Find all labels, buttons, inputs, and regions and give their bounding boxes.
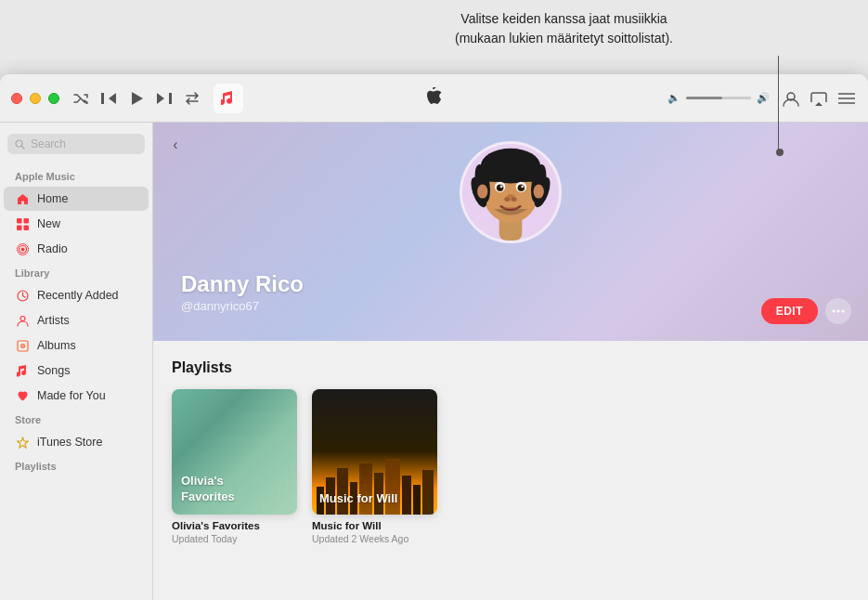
close-button[interactable] (11, 93, 22, 104)
svg-point-39 (500, 185, 503, 188)
toolbar-controls (71, 84, 667, 113)
playlist-name-1: Olivia's Favorites (172, 520, 297, 531)
repeat-button[interactable] (182, 88, 202, 109)
playlists-grid: Olivia'sFavorites Olivia's Favorites Upd… (172, 389, 849, 544)
profile-info: Danny Rico @dannyrico67 (181, 271, 304, 313)
playlists-section: Playlists Olivia'sFavorites Olivia's Fav… (153, 341, 868, 563)
playlist-updated-2: Updated 2 Weeks Ago (312, 533, 437, 544)
svg-point-45 (534, 184, 544, 198)
maximize-button[interactable] (48, 93, 59, 104)
playlist-artwork-1: Olivia'sFavorites (172, 389, 297, 515)
svg-line-10 (22, 146, 25, 149)
svg-rect-57 (413, 485, 421, 515)
svg-marker-2 (132, 92, 143, 105)
svg-point-42 (504, 197, 510, 202)
search-bar[interactable]: Search (7, 134, 145, 154)
search-placeholder: Search (31, 137, 66, 150)
volume-slider[interactable] (686, 97, 751, 99)
svg-point-46 (833, 310, 836, 313)
profile-icon[interactable] (781, 88, 801, 109)
svg-point-9 (16, 140, 22, 147)
volume-low-icon: 🔈 (667, 92, 680, 104)
sidebar-item-label-radio: Radio (37, 242, 68, 255)
playlist-card-1[interactable]: Olivia'sFavorites Olivia's Favorites Upd… (172, 389, 297, 544)
svg-marker-0 (109, 93, 116, 104)
play-button[interactable] (126, 88, 147, 109)
edit-button[interactable]: EDIT (761, 298, 818, 324)
sidebar-item-label-home: Home (37, 192, 68, 205)
svg-marker-3 (157, 93, 164, 104)
right-icons (781, 88, 857, 109)
sidebar-item-label-songs: Songs (37, 364, 70, 377)
svg-rect-13 (17, 225, 22, 230)
annotation-text: Valitse keiden kanssa jaat musiikkia (mu… (316, 9, 812, 48)
sidebar-item-artists[interactable]: Artists (4, 308, 149, 333)
clock-icon (15, 288, 30, 303)
profile-handle: @dannyrico67 (181, 299, 304, 313)
next-button[interactable] (154, 88, 175, 109)
svg-rect-1 (101, 93, 104, 104)
section-label-store: Store (0, 409, 152, 429)
svg-point-44 (477, 184, 487, 198)
svg-point-40 (521, 185, 524, 188)
avatar-container (460, 141, 562, 243)
sidebar-item-recently-added[interactable]: Recently Added (4, 283, 149, 307)
shuffle-button[interactable] (71, 88, 91, 109)
sidebar-item-radio[interactable]: Radio (4, 237, 149, 261)
svg-rect-58 (422, 470, 434, 515)
content-area: ‹ (153, 123, 868, 600)
svg-point-48 (842, 310, 845, 313)
svg-rect-11 (17, 218, 22, 224)
sidebar-item-label-itunes-store: iTunes Store (37, 436, 102, 449)
avatar (460, 141, 562, 243)
svg-point-21 (20, 316, 25, 320)
playlist-artwork-2: Music for Will (312, 389, 437, 515)
annotation-dot (776, 149, 784, 156)
profile-header: Danny Rico @dannyrico67 EDIT (153, 123, 868, 341)
sidebar-item-label-recently-added: Recently Added (37, 289, 119, 302)
apple-logo (427, 87, 442, 110)
more-button[interactable] (825, 298, 851, 324)
playlist-artwork-label-2: Music for Will (319, 491, 397, 507)
annotation-line (778, 56, 779, 150)
svg-point-37 (497, 184, 504, 191)
traffic-lights (11, 93, 59, 104)
home-icon (15, 191, 30, 206)
svg-point-38 (518, 184, 525, 191)
sidebar-item-label-albums: Albums (37, 339, 76, 352)
sidebar-item-label-made-for-you: Made for You (37, 389, 106, 402)
playlist-card-2[interactable]: Music for Will Music for Will Updated 2 … (312, 389, 437, 544)
made-for-you-icon (15, 388, 30, 403)
section-label-playlists: Playlists (0, 455, 152, 476)
profile-actions: EDIT (761, 298, 851, 324)
sidebar-item-new[interactable]: New (4, 212, 149, 236)
volume-high-icon: 🔊 (757, 92, 770, 104)
airplay-icon[interactable] (809, 88, 829, 109)
section-label-library: Library (0, 262, 152, 282)
songs-icon (15, 363, 30, 378)
svg-point-43 (512, 197, 517, 202)
sidebar-item-songs[interactable]: Songs (4, 359, 149, 383)
svg-point-15 (20, 247, 24, 251)
sidebar-item-albums[interactable]: Albums (4, 333, 149, 358)
minimize-button[interactable] (30, 93, 41, 104)
albums-icon (15, 338, 30, 353)
svg-marker-25 (17, 437, 28, 448)
list-icon[interactable] (836, 88, 857, 109)
sidebar-item-home[interactable]: Home (4, 187, 149, 211)
playlist-name-2: Music for Will (312, 520, 437, 531)
svg-rect-14 (23, 225, 29, 230)
new-icon (15, 216, 30, 231)
radio-icon (15, 241, 30, 256)
svg-rect-56 (402, 476, 411, 515)
sidebar: Search Apple Music Home New Radio (0, 123, 153, 600)
svg-rect-4 (169, 93, 172, 104)
titlebar: 🔈 🔊 (0, 74, 868, 123)
previous-button[interactable] (98, 88, 119, 109)
svg-point-47 (837, 310, 840, 313)
back-button[interactable]: ‹ (164, 134, 187, 156)
sidebar-item-itunes-store[interactable]: iTunes Store (4, 430, 149, 454)
sidebar-item-made-for-you[interactable]: Made for You (4, 384, 149, 408)
svg-line-20 (22, 295, 25, 297)
music-icon-button[interactable] (214, 84, 243, 113)
